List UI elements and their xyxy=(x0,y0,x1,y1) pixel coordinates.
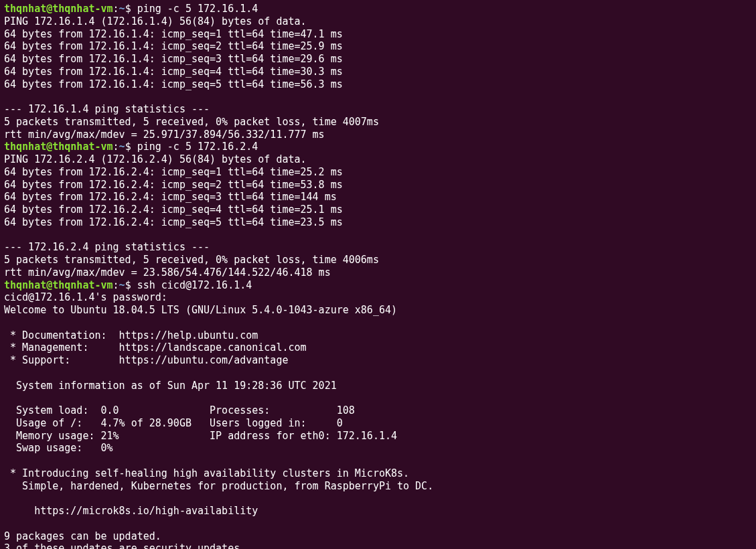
prompt-colon: : xyxy=(113,279,119,291)
prompt-line-3: thqnhat@thqnhat-vm:~$ ssh cicd@172.16.1.… xyxy=(4,279,752,292)
ssh-output-line xyxy=(4,455,752,467)
ssh-output-line: Swap usage: 0% xyxy=(4,442,752,455)
ssh-output-line xyxy=(4,317,752,329)
ping-output-line: PING 172.16.1.4 (172.16.1.4) 56(84) byte… xyxy=(4,15,752,28)
terminal[interactable]: thqnhat@thqnhat-vm:~$ ping -c 5 172.16.1… xyxy=(4,3,752,549)
ping-output-line: PING 172.16.2.4 (172.16.2.4) 56(84) byte… xyxy=(4,153,752,166)
prompt-user-host: thqnhat@thqnhat-vm xyxy=(4,141,113,153)
ssh-output-line: https://microk8s.io/high-availability xyxy=(4,505,752,518)
prompt-colon: : xyxy=(113,141,119,153)
ping-output-line: rtt min/avg/max/mdev = 23.586/54.476/144… xyxy=(4,266,752,279)
prompt-colon: : xyxy=(113,3,119,15)
ping-output-line xyxy=(4,90,752,103)
ssh-output-line: System load: 0.0 Processes: 108 xyxy=(4,404,752,417)
ssh-output-line: * Introducing self-healing high availabi… xyxy=(4,467,752,480)
prompt-path: ~ xyxy=(119,3,125,15)
ping-output-line: 64 bytes from 172.16.2.4: icmp_seq=4 ttl… xyxy=(4,204,752,216)
ssh-output-line xyxy=(4,367,752,380)
prompt-dollar: $ xyxy=(125,3,137,15)
ping-output-line: 64 bytes from 172.16.2.4: icmp_seq=1 ttl… xyxy=(4,166,752,179)
ssh-output-line xyxy=(4,518,752,530)
ssh-output-line: * Support: https://ubuntu.com/advantage xyxy=(4,354,752,367)
ssh-output-line: * Management: https://landscape.canonica… xyxy=(4,341,752,354)
command-text: ping -c 5 172.16.1.4 xyxy=(137,3,258,15)
ssh-output-line: cicd@172.16.1.4's password: xyxy=(4,291,752,304)
ping-output-line: --- 172.16.1.4 ping statistics --- xyxy=(4,103,752,116)
ssh-output-line: System information as of Sun Apr 11 19:2… xyxy=(4,380,752,392)
ssh-output-line: Usage of /: 4.7% of 28.90GB Users logged… xyxy=(4,417,752,430)
prompt-line-2: thqnhat@thqnhat-vm:~$ ping -c 5 172.16.2… xyxy=(4,141,752,153)
ssh-output-line: Simple, hardened, Kubernetes for product… xyxy=(4,480,752,493)
ssh-output-line: Memory usage: 21% IP address for eth0: 1… xyxy=(4,430,752,443)
prompt-path: ~ xyxy=(119,141,125,153)
prompt-user-host: thqnhat@thqnhat-vm xyxy=(4,3,113,15)
ping-output-line: 64 bytes from 172.16.2.4: icmp_seq=2 ttl… xyxy=(4,179,752,191)
ping-output-line: 64 bytes from 172.16.2.4: icmp_seq=5 ttl… xyxy=(4,216,752,229)
prompt-dollar: $ xyxy=(125,141,137,153)
command-text: ssh cicd@172.16.1.4 xyxy=(137,279,252,291)
ssh-output-line xyxy=(4,392,752,404)
ping-output-line: 64 bytes from 172.16.1.4: icmp_seq=1 ttl… xyxy=(4,28,752,41)
ssh-output-line: 3 of these updates are security updates. xyxy=(4,542,752,549)
prompt-path: ~ xyxy=(119,279,125,291)
prompt-line-1: thqnhat@thqnhat-vm:~$ ping -c 5 172.16.1… xyxy=(4,3,752,15)
command-text: ping -c 5 172.16.2.4 xyxy=(137,141,258,153)
ssh-output-line xyxy=(4,492,752,505)
ping-output-line: 5 packets transmitted, 5 received, 0% pa… xyxy=(4,116,752,129)
ssh-output-line: 9 packages can be updated. xyxy=(4,530,752,543)
prompt-dollar: $ xyxy=(125,279,137,291)
ping-output-line: 64 bytes from 172.16.2.4: icmp_seq=3 ttl… xyxy=(4,191,752,204)
ping-output-line: 5 packets transmitted, 5 received, 0% pa… xyxy=(4,254,752,266)
ping-output-line: 64 bytes from 172.16.1.4: icmp_seq=2 ttl… xyxy=(4,40,752,53)
ping-output-line: --- 172.16.2.4 ping statistics --- xyxy=(4,241,752,254)
ssh-output-line: Welcome to Ubuntu 18.04.5 LTS (GNU/Linux… xyxy=(4,304,752,317)
ping-output-line: 64 bytes from 172.16.1.4: icmp_seq=5 ttl… xyxy=(4,78,752,91)
ping-output-line: 64 bytes from 172.16.1.4: icmp_seq=4 ttl… xyxy=(4,66,752,78)
ping-output-line xyxy=(4,229,752,242)
ping-output-line: 64 bytes from 172.16.1.4: icmp_seq=3 ttl… xyxy=(4,53,752,66)
ssh-output-line: * Documentation: https://help.ubuntu.com xyxy=(4,329,752,342)
ping-output-line: rtt min/avg/max/mdev = 25.971/37.894/56.… xyxy=(4,129,752,141)
prompt-user-host: thqnhat@thqnhat-vm xyxy=(4,279,113,291)
